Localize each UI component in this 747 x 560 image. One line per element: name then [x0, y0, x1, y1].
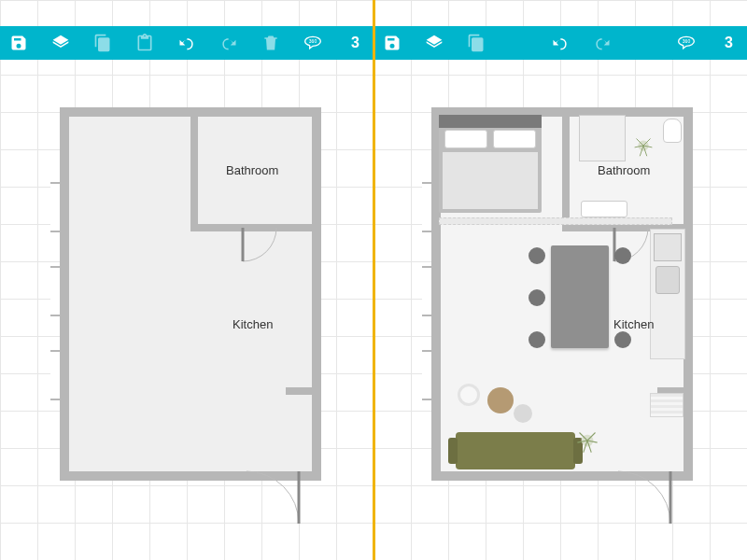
redo-icon[interactable]	[218, 32, 240, 54]
stool[interactable]	[614, 331, 631, 348]
stool[interactable]	[529, 289, 545, 306]
view-360-icon[interactable]: 360	[303, 32, 324, 54]
layers-icon[interactable]	[49, 32, 71, 54]
inner-wall[interactable]	[286, 387, 312, 395]
coffee-table[interactable]	[487, 387, 514, 413]
shower[interactable]	[579, 115, 626, 161]
copy-icon[interactable]	[92, 32, 113, 54]
window[interactable]	[50, 182, 60, 232]
vertical-divider	[373, 0, 375, 560]
toilet[interactable]	[663, 119, 682, 143]
plant[interactable]	[629, 132, 657, 160]
stool[interactable]	[529, 247, 545, 264]
layers-icon[interactable]	[423, 32, 444, 54]
window[interactable]	[50, 350, 60, 400]
ottoman[interactable]	[514, 404, 532, 423]
inner-wall[interactable]	[190, 107, 198, 229]
save-icon[interactable]	[381, 32, 402, 54]
undo-icon[interactable]	[549, 32, 571, 54]
kitchen-island[interactable]	[551, 245, 609, 348]
stool[interactable]	[529, 331, 545, 348]
svg-text:360: 360	[683, 38, 691, 44]
view-360-icon[interactable]: 360	[676, 32, 698, 54]
bathroom-sink[interactable]	[581, 201, 627, 217]
save-icon[interactable]	[7, 32, 29, 54]
window[interactable]	[50, 266, 60, 316]
bench[interactable]	[650, 393, 684, 417]
inner-wall[interactable]	[190, 224, 312, 231]
floorplan-right[interactable]: Bathroom Kitchen	[431, 107, 693, 481]
paste-icon[interactable]	[134, 32, 155, 54]
armchair[interactable]	[458, 384, 480, 406]
app-viewport: 360 3 360 3	[0, 0, 747, 560]
redo-icon[interactable]	[592, 32, 613, 54]
view-3d-button[interactable]: 3	[718, 32, 740, 54]
stool[interactable]	[614, 247, 631, 264]
kitchen-sink[interactable]	[655, 266, 680, 294]
delete-icon[interactable]	[261, 32, 282, 54]
bed[interactable]	[439, 115, 542, 213]
window[interactable]	[422, 350, 431, 400]
floorplan-left[interactable]: Bathroom Kitchen	[60, 107, 321, 481]
plant[interactable]	[571, 425, 603, 456]
undo-icon[interactable]	[176, 32, 197, 54]
copy-icon[interactable]	[465, 32, 486, 54]
rug[interactable]	[439, 217, 672, 225]
toolbar-left: 360 3	[0, 26, 374, 60]
toolbar-right: 360 3	[374, 26, 747, 60]
window[interactable]	[422, 182, 431, 232]
svg-text:360: 360	[309, 38, 317, 44]
view-3d-button[interactable]: 3	[345, 32, 366, 54]
inner-wall[interactable]	[562, 107, 570, 229]
sofa[interactable]	[456, 432, 575, 469]
stove[interactable]	[654, 233, 682, 261]
window[interactable]	[422, 266, 431, 316]
